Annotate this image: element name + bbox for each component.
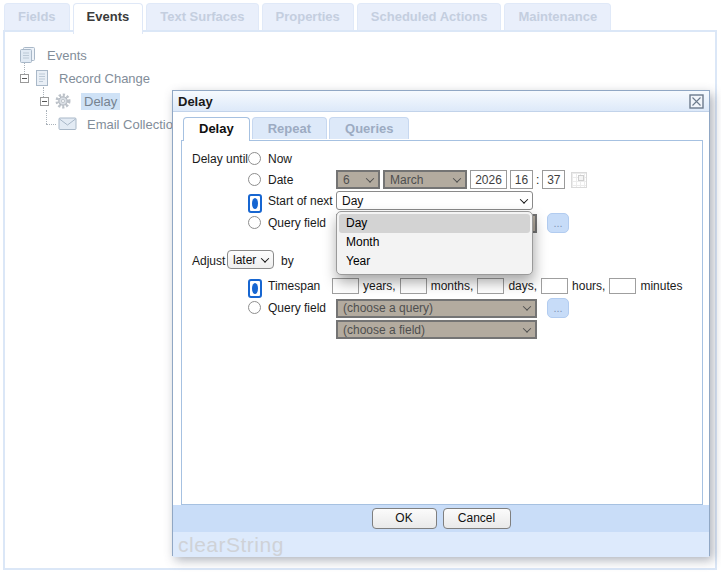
tab-fields[interactable]: Fields <box>4 3 70 30</box>
dialog-tab-bar: Delay Repeat Queries <box>183 117 409 141</box>
dialog-button-bar: OK Cancel <box>173 505 709 532</box>
documents-icon <box>18 47 38 64</box>
cancel-button[interactable]: Cancel <box>443 508 511 529</box>
option-row-timespan: Timespan years, months, days, hours, min… <box>182 276 702 296</box>
adjust-direction-select[interactable]: later <box>227 250 274 269</box>
timespan-label: Timespan <box>268 279 320 293</box>
chevron-down-icon <box>261 254 269 262</box>
start-of-next-label: Start of next <box>268 194 333 208</box>
year-input[interactable] <box>470 170 507 189</box>
collapse-icon[interactable] <box>40 97 49 106</box>
dialog-tab-repeat[interactable]: Repeat <box>252 117 327 139</box>
dialog-tab-queries[interactable]: Queries <box>329 117 409 139</box>
calendar-icon[interactable] <box>571 172 587 188</box>
tab-maintenance[interactable]: Maintenance <box>504 3 611 30</box>
start-of-next-dropdown-list: Day Month Year <box>336 211 533 275</box>
tree-item-label-selected: Delay <box>81 93 120 110</box>
radio-date[interactable] <box>248 173 261 186</box>
adjust-query-select[interactable]: (choose a query) <box>336 299 537 318</box>
close-icon[interactable] <box>689 94 704 109</box>
browse-query-button[interactable]: ... <box>547 213 569 233</box>
chevron-down-icon <box>366 174 374 182</box>
dropdown-option-month[interactable]: Month <box>339 233 530 252</box>
time-separator: : <box>536 173 539 187</box>
option-row-start-of-next: Start of next Day <box>182 191 702 211</box>
adjust-query-select-value: (choose a query) <box>343 301 433 315</box>
radio-query-field[interactable] <box>248 216 261 229</box>
chevron-down-icon <box>520 195 528 203</box>
tab-properties[interactable]: Properties <box>262 3 354 30</box>
minutes-unit-label: minutes <box>640 279 682 293</box>
hour-input[interactable] <box>510 170 533 189</box>
envelope-icon <box>58 117 78 131</box>
tab-text-surfaces[interactable]: Text Surfaces <box>146 3 258 30</box>
adjust-label: Adjust <box>192 254 225 268</box>
tab-events[interactable]: Events <box>73 3 144 34</box>
radio-adjust-query-field[interactable] <box>248 301 261 314</box>
dialog-tab-delay[interactable]: Delay <box>183 117 250 141</box>
option-row-adjust-query-field: Query field (choose a query) ... <box>182 298 702 318</box>
tree-item-delay[interactable]: Delay <box>40 92 120 110</box>
years-unit-label: years, <box>363 279 396 293</box>
adjust-query-field-label: Query field <box>268 301 326 315</box>
gear-icon <box>54 92 72 110</box>
app-tab-bar: Fields Events Text Surfaces Properties S… <box>4 3 611 34</box>
minute-input[interactable] <box>542 170 565 189</box>
clearstring-watermark: clearString <box>173 532 709 557</box>
dialog-title-bar[interactable]: Delay <box>173 91 709 112</box>
by-label: by <box>281 254 294 268</box>
tree-item-events[interactable]: Events <box>18 46 87 64</box>
date-label: Date <box>268 173 293 187</box>
dialog-title: Delay <box>178 94 213 109</box>
adjust-direction-value: later <box>233 253 256 267</box>
radio-timespan[interactable] <box>248 279 262 298</box>
now-label: Now <box>268 152 292 166</box>
month-select-value: March <box>390 173 423 187</box>
radio-now[interactable] <box>248 152 261 165</box>
months-input[interactable] <box>400 278 427 294</box>
day-select[interactable]: 6 <box>336 170 380 189</box>
adjust-field-select[interactable]: (choose a field) <box>336 320 537 339</box>
days-unit-label: days, <box>508 279 537 293</box>
query-field-label: Query field <box>268 216 326 230</box>
ok-button[interactable]: OK <box>372 508 437 529</box>
option-row-date: Date 6 March : <box>182 170 702 190</box>
document-icon <box>34 69 50 88</box>
months-unit-label: months, <box>431 279 474 293</box>
collapse-icon[interactable] <box>20 74 29 83</box>
years-input[interactable] <box>332 278 359 294</box>
application-window: Fields Events Text Surfaces Properties S… <box>0 0 721 573</box>
tree-item-label: Email Collection <box>87 117 180 132</box>
chevron-down-icon <box>523 302 531 310</box>
option-row-now: Now <box>182 149 702 169</box>
delay-dialog: Delay Delay Repeat Queries Delay until N… <box>172 90 710 556</box>
minutes-input[interactable] <box>609 278 636 294</box>
adjust-field-select-value: (choose a field) <box>343 323 425 337</box>
tree-connector <box>46 124 56 125</box>
start-of-next-select[interactable]: Day <box>336 191 533 210</box>
tree-item-label: Events <box>47 48 87 63</box>
month-select[interactable]: March <box>383 170 467 189</box>
start-of-next-value: Day <box>342 194 363 208</box>
hours-unit-label: hours, <box>572 279 605 293</box>
hours-input[interactable] <box>541 278 568 294</box>
field-select-row: (choose a field) <box>182 320 702 340</box>
tree-item-email-collection[interactable]: Email Collection <box>58 115 180 133</box>
chevron-down-icon <box>523 324 531 332</box>
tree-connector <box>46 110 47 124</box>
tree-item-record-change[interactable]: Record Change <box>20 69 150 87</box>
tab-scheduled-actions[interactable]: Scheduled Actions <box>357 3 502 30</box>
tree-item-label: Record Change <box>59 71 150 86</box>
radio-start-of-next[interactable] <box>248 194 262 213</box>
dropdown-option-year[interactable]: Year <box>339 252 530 271</box>
chevron-down-icon <box>453 174 461 182</box>
browse-adjust-query-button[interactable]: ... <box>547 298 569 318</box>
day-select-value: 6 <box>343 173 350 187</box>
days-input[interactable] <box>477 278 504 294</box>
dropdown-option-day[interactable]: Day <box>339 214 530 233</box>
delay-tab-panel: Delay until Now Date 6 March <box>181 140 703 505</box>
